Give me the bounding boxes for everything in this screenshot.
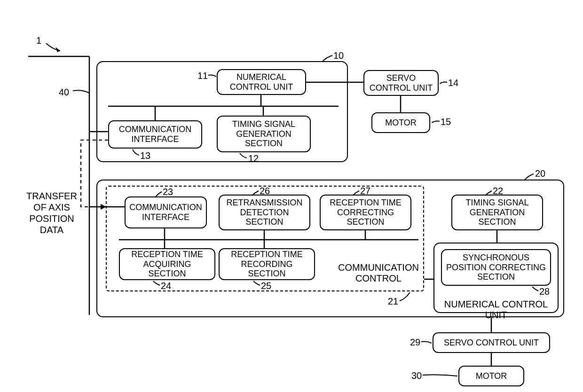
transfer-dashed-path bbox=[0, 0, 583, 392]
